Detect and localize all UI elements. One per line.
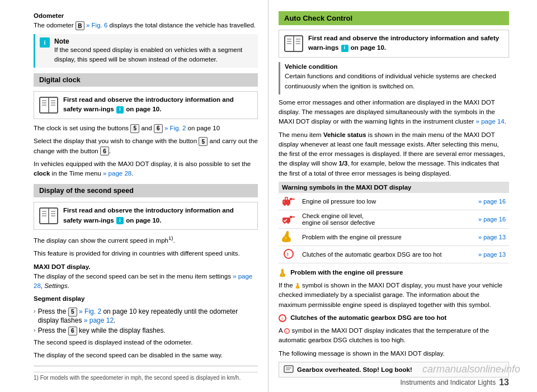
key-b: B [76, 21, 84, 30]
odometer-heading: Odometer [34, 12, 64, 19]
book-icon-3 [284, 34, 304, 54]
table-header: Warning symbols in the MAXI DOT display [279, 182, 509, 193]
svg-rect-32 [292, 216, 295, 218]
second-speed-para2: This feature is provided for driving in … [34, 249, 258, 258]
footer-text: Instruments and Indicator Lights [400, 379, 496, 386]
auto-check-warn-text: First read and observe the introductory … [308, 34, 504, 53]
auto-check-para2: The menu item Vehicle status is shown in… [279, 130, 509, 178]
book-icon-2 [39, 206, 59, 226]
footer: Instruments and Indicator Lights 13 [400, 377, 509, 388]
digital-clock-para3: In vehicles equipped with the MAXI DOT d… [34, 159, 258, 179]
digital-clock-warn-text: First read and observe the introductory … [63, 95, 253, 115]
svg-point-28 [287, 204, 289, 206]
svg-text:!: ! [281, 317, 282, 321]
gearbox-icon: ! [282, 248, 295, 259]
table-cell-page: » page 16 [469, 193, 509, 210]
second-speed-segment-title: Segment display [34, 294, 258, 304]
note-label: Note [54, 37, 69, 45]
svg-point-27 [284, 204, 286, 206]
table-row: Check engine oil level,engine oil sensor… [279, 210, 509, 228]
svg-rect-26 [292, 199, 295, 200]
digital-clock-para2: Select the display that you wish to chan… [34, 136, 258, 156]
segment-bullet-1: › Press the 5 » Fig. 2 on page 10 key re… [34, 308, 258, 324]
book-icon [39, 95, 59, 115]
note-text: If the second speed display is enabled o… [54, 46, 242, 63]
svg-text:!: ! [297, 286, 298, 289]
warn-sym-icon: ! [279, 269, 286, 277]
note-box: i Note If the second speed display is en… [34, 34, 258, 68]
table-cell-text: Clutches of the automatic gearbox DSG ar… [299, 245, 469, 263]
following-text: The following message is shown in the MA… [279, 349, 509, 358]
svg-point-34 [287, 221, 289, 224]
second-speed-header: Display of the second speed [34, 184, 258, 197]
oil-low-icon: ! [282, 195, 295, 206]
svg-rect-44 [284, 366, 293, 372]
second-speed-para4: The display of the second speed can be d… [34, 351, 258, 360]
clutches-text: A ! symbol in the MAXI DOT display indic… [279, 326, 509, 346]
page-number: 13 [499, 377, 509, 388]
warning-symbols-table: Warning symbols in the MAXI DOT display [279, 182, 509, 263]
oil-pressure-icon: ! [282, 231, 295, 242]
svg-text:!: ! [286, 330, 288, 333]
auto-check-para1: Some error messages and other informatio… [279, 98, 509, 127]
table-cell-text: Engine oil pressure too low [299, 193, 469, 210]
watermark: carmanualsonline.info [422, 363, 520, 375]
table-cell-page: » page 16 [469, 210, 509, 228]
svg-rect-31 [290, 216, 292, 218]
odometer-title: Odometer The odometer B » Fig. 6 display… [34, 11, 258, 31]
table-row: ! Clutches of the automatic gearbox DSG … [279, 245, 509, 263]
table-cell-page: » page 13 [469, 228, 509, 245]
vehicle-condition-para: Vehicle condition Certain functions and … [285, 62, 509, 91]
second-speed-warn-box: First read and observe the introductory … [34, 202, 258, 230]
digital-clock-warn-box: First read and observe the introductory … [34, 91, 258, 119]
clutches-warning: ! Clutches of the automatic gearbox DSG … [279, 313, 509, 323]
circle-sym-icon: ! [279, 314, 286, 322]
oil-check-icon [282, 213, 295, 224]
second-speed-para3: The second speed is displayed instead of… [34, 338, 258, 347]
note-icon: i [40, 37, 50, 48]
svg-text:!: ! [285, 237, 286, 240]
digital-clock-para1: The clock is set using the buttons 5 and… [34, 124, 258, 133]
second-speed-warn-text: First read and observe the introductory … [63, 206, 253, 225]
digital-clock-header: Digital clock [34, 73, 258, 87]
message-icon [284, 365, 294, 374]
footnote: 1) For models with the speedometer in mp… [34, 372, 258, 381]
table-cell-text: Check engine oil level,engine oil sensor… [299, 210, 469, 228]
oil-pressure-text: If the ! symbol is shown in the MAXI DOT… [279, 281, 509, 310]
odometer-text: The odometer B » Fig. 6 displays the tot… [34, 22, 256, 29]
auto-check-warn-box: First read and observe the introductory … [279, 30, 509, 58]
svg-text:!: ! [287, 252, 289, 257]
auto-check-header: Auto Check Control [279, 11, 509, 25]
oil-pressure-warning: ! Problem with the engine oil pressure [279, 268, 509, 277]
gearbox-message: Gearbox overheated. Stop! Log book! [297, 366, 412, 373]
table-row: ! Engine oil pressure too low » page 16 [279, 193, 509, 210]
second-speed-maxi-title: MAXI DOT display. The display of the sec… [34, 262, 258, 291]
svg-point-36 [284, 249, 293, 258]
second-speed-para1: The display can show the current speed i… [34, 234, 258, 245]
svg-rect-25 [290, 198, 292, 200]
table-cell-text: Problem with the engine oil pressure [299, 228, 469, 245]
segment-bullet-2: › Press the 6 key while the display flas… [34, 327, 258, 336]
table-row: ! Problem with the engine oil pressure »… [279, 228, 509, 245]
table-cell-page: » page 13 [469, 245, 509, 263]
